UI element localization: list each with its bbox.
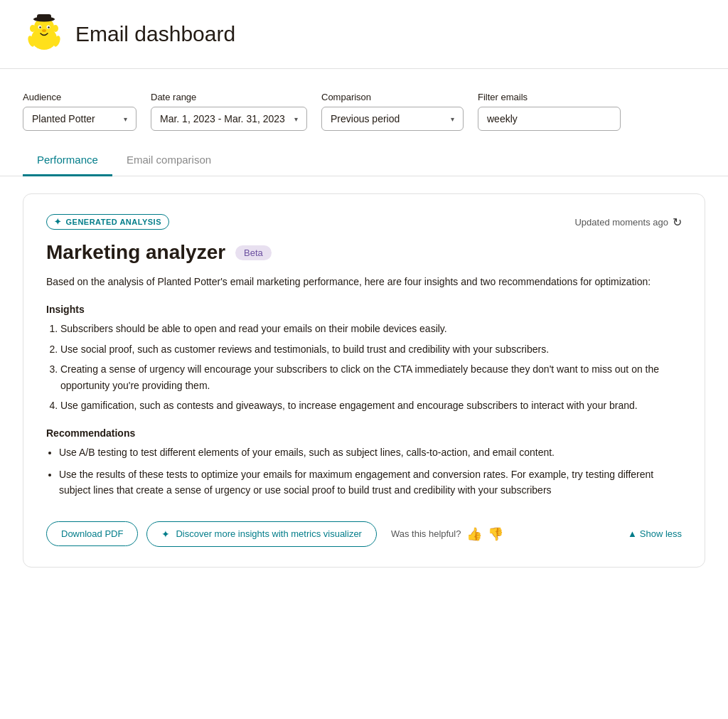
filter-emails-label: Filter emails [478,92,621,102]
filter-emails-input[interactable] [478,107,621,131]
page-header: Email dashboard [0,0,728,69]
audience-value: Planted Potter [32,113,95,124]
list-item: Use gamification, such as contests and g… [60,398,682,413]
page-title: Email dashboard [75,22,235,46]
tab-performance[interactable]: Performance [23,145,112,176]
star-icon: ✦ [54,217,62,227]
insights-star-icon: ✦ [161,528,170,540]
recommendations-heading: Recommendations [46,427,682,439]
helpful-section: Was this helpful? 👍 👎 [391,526,504,542]
discover-insights-button[interactable]: ✦ Discover more insights with metrics vi… [146,521,377,547]
logo-container: Email dashboard [23,13,235,55]
svg-point-9 [30,25,36,32]
comparison-filter-group: Comparison Previous period ▾ [321,92,464,131]
audience-label: Audience [23,92,136,102]
chevron-up-icon: ▲ [628,528,637,539]
comparison-select[interactable]: Previous period ▾ [321,107,464,131]
list-item: Use A/B testing to test different elemen… [59,444,682,460]
thumbs-up-icon[interactable]: 👍 [466,526,482,542]
svg-rect-3 [37,14,51,21]
insights-list: Subscribers should be able to open and r… [46,321,682,413]
comparison-chevron-icon: ▾ [451,115,454,123]
tabs-nav: Performance Email comparison [0,145,728,176]
analysis-card: ✦ GENERATED ANALYSIS Updated moments ago… [23,193,705,568]
thumbs-down-icon[interactable]: 👎 [488,526,503,542]
helpful-text: Was this helpful? [391,528,461,539]
svg-point-10 [53,25,58,32]
list-item: Use the results of these tests to optimi… [59,467,682,499]
svg-point-8 [42,29,46,32]
show-less-button[interactable]: ▲ Show less [628,528,682,539]
tab-email-comparison[interactable]: Email comparison [112,145,225,176]
generated-analysis-badge: ✦ GENERATED ANALYSIS [46,214,169,230]
main-content: ✦ GENERATED ANALYSIS Updated moments ago… [0,176,728,585]
list-item: Creating a sense of urgency will encoura… [60,361,682,393]
download-pdf-button[interactable]: Download PDF [46,521,138,546]
audience-filter-group: Audience Planted Potter ▾ [23,92,136,131]
comparison-value: Previous period [331,113,400,124]
list-item: Use social proof, such as customer revie… [60,341,682,357]
card-title: Marketing analyzer [46,241,225,264]
comparison-label: Comparison [321,92,464,102]
insights-heading: Insights [46,304,682,315]
card-description: Based on the analysis of Planted Potter'… [46,274,682,289]
date-range-filter-group: Date range Mar. 1, 2023 - Mar. 31, 2023 … [151,92,307,131]
card-footer: Download PDF ✦ Discover more insights wi… [46,516,682,547]
date-range-label: Date range [151,92,307,102]
refresh-icon[interactable]: ↻ [673,215,682,229]
date-range-select[interactable]: Mar. 1, 2023 - Mar. 31, 2023 ▾ [151,107,307,131]
svg-point-6 [39,26,41,28]
filters-section: Audience Planted Potter ▾ Date range Mar… [0,69,728,145]
date-range-value: Mar. 1, 2023 - Mar. 31, 2023 [160,113,285,124]
updated-info: Updated moments ago ↻ [574,215,682,229]
beta-badge: Beta [235,245,272,260]
mailchimp-logo [23,13,65,55]
recommendations-list: Use A/B testing to test different elemen… [46,444,682,498]
list-item: Subscribers should be able to open and r… [60,321,682,336]
svg-point-7 [48,26,49,28]
audience-select[interactable]: Planted Potter ▾ [23,107,136,131]
card-title-row: Marketing analyzer Beta [46,241,682,264]
filter-emails-group: Filter emails [478,92,621,131]
recommendations-section: Recommendations Use A/B testing to test … [46,427,682,498]
date-range-chevron-icon: ▾ [294,115,298,123]
audience-chevron-icon: ▾ [124,115,127,123]
card-header-row: ✦ GENERATED ANALYSIS Updated moments ago… [46,214,682,230]
